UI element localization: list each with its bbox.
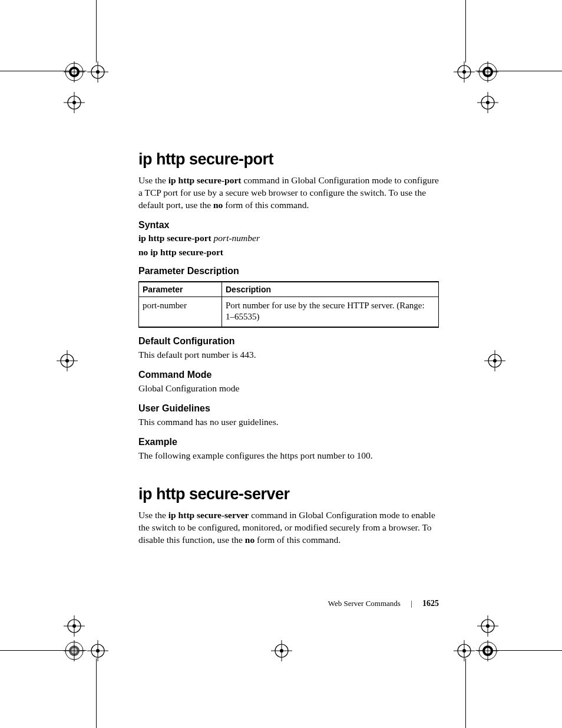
example-body: The following example configures the htt…: [138, 450, 439, 462]
td-description: Port number for use by the secure HTTP s…: [222, 297, 439, 327]
page-footer: Web Server Commands | 1625: [138, 599, 439, 608]
td-parameter: port-number: [139, 297, 222, 327]
svg-point-55: [462, 649, 466, 653]
crosshair-icon: [454, 640, 475, 661]
intro-paragraph: Use the ip http secure-port command in G…: [138, 174, 439, 212]
svg-point-33: [493, 359, 497, 363]
registration-mark-icon: [477, 61, 498, 83]
intro-paragraph-2: Use the ip http secure-server command in…: [138, 509, 439, 546]
svg-point-21: [462, 70, 466, 74]
svg-point-59: [486, 624, 490, 628]
table-header-row: Parameter Description: [139, 282, 439, 297]
svg-point-29: [65, 359, 69, 363]
svg-point-25: [486, 101, 490, 104]
syntax-heading: Syntax: [138, 220, 439, 230]
command-title-2: ip http secure-server: [138, 485, 439, 503]
user-guidelines-heading: User Guidelines: [138, 403, 439, 414]
crosshair-icon: [57, 350, 78, 371]
crosshair-icon: [64, 615, 85, 637]
crosshair-icon: [477, 615, 498, 637]
svg-point-63: [280, 649, 283, 653]
page-number: 1625: [422, 599, 439, 608]
page-content: ip http secure-port Use the ip http secu…: [138, 150, 439, 555]
syntax-line: ip http secure-port port-number: [138, 233, 439, 243]
th-description: Description: [222, 282, 439, 297]
registration-mark-icon: [477, 640, 498, 661]
default-config-heading: Default Configuration: [138, 336, 439, 347]
command-title: ip http secure-port: [138, 150, 439, 169]
crosshair-icon: [271, 640, 292, 661]
svg-point-46: [72, 624, 76, 628]
command-mode-heading: Command Mode: [138, 370, 439, 380]
command-mode-body: Global Configuration mode: [138, 383, 439, 395]
crosshair-icon: [477, 92, 498, 113]
default-config-body: This default port number is 443.: [138, 349, 439, 361]
crosshair-icon: [64, 92, 85, 113]
registration-mark-icon: [64, 640, 85, 661]
table-row: port-number Port number for use by the s…: [139, 297, 439, 327]
crosshair-icon: [87, 61, 108, 83]
parameter-table: Parameter Description port-number Port n…: [138, 281, 439, 328]
example-heading: Example: [138, 437, 439, 447]
svg-point-42: [96, 649, 100, 653]
footer-section: Web Server Commands: [328, 599, 401, 608]
footer-separator: |: [411, 599, 412, 608]
svg-point-12: [72, 101, 76, 104]
crosshair-icon: [484, 350, 505, 371]
svg-point-8: [96, 70, 100, 74]
syntax-no-line: no ip http secure-port: [138, 247, 439, 258]
crosshair-icon: [87, 640, 108, 661]
registration-mark-icon: [64, 61, 85, 83]
th-parameter: Parameter: [139, 282, 222, 297]
user-guidelines-body: This command has no user guidelines.: [138, 416, 439, 429]
parameter-description-heading: Parameter Description: [138, 266, 439, 276]
crosshair-icon: [454, 61, 475, 83]
